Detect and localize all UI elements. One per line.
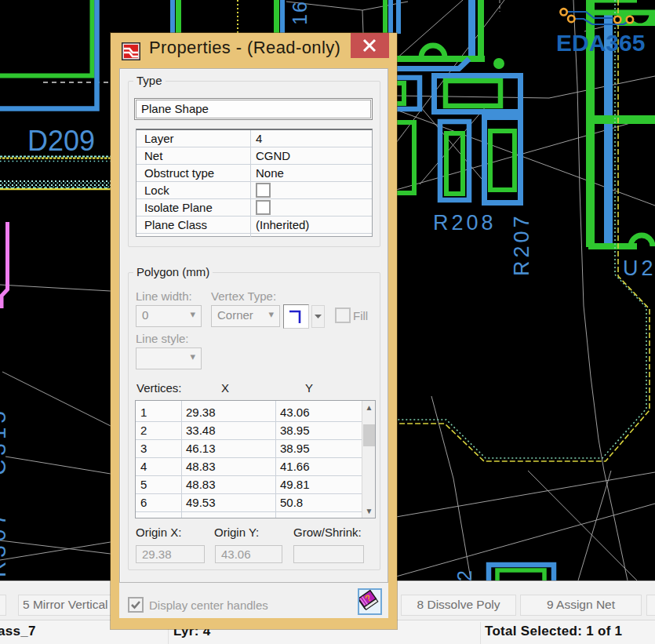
svg-text:16: 16 xyxy=(289,0,311,25)
svg-text:EDA365: EDA365 xyxy=(556,30,645,56)
svg-text:R208: R208 xyxy=(433,211,497,235)
svg-text:R207: R207 xyxy=(510,213,533,276)
svg-text:R307: R307 xyxy=(0,509,10,577)
svg-text:U2: U2 xyxy=(623,257,655,280)
svg-text:2: 2 xyxy=(453,569,475,581)
svg-text:D209: D209 xyxy=(27,125,95,157)
svg-text:C315: C315 xyxy=(0,407,10,475)
